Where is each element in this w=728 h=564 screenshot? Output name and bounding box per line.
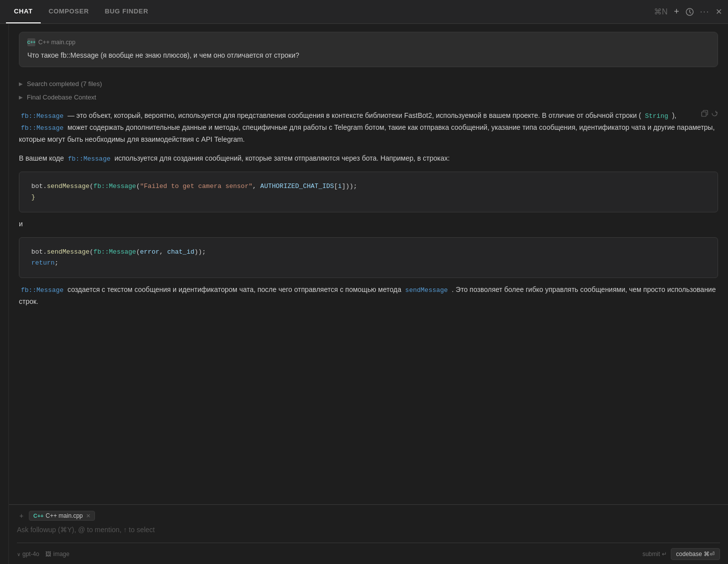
code-block-1: bot.sendMessage(fb::Message("Failed to g… [19, 172, 718, 212]
more-button[interactable]: ··· [700, 7, 710, 16]
file-icon-cpp-input: C++ [33, 513, 44, 519]
chat-input[interactable] [17, 525, 720, 537]
ai-response: fb::Message — это объект, который, вероя… [19, 110, 718, 308]
code-fb-message-4: fb::Message [19, 286, 66, 294]
ai-para-1: fb::Message — это объект, который, вероя… [19, 110, 718, 146]
new-chat-button[interactable]: + [674, 6, 679, 17]
close-button[interactable]: ✕ [716, 7, 722, 16]
add-file-button[interactable]: + [17, 511, 26, 520]
ai-response-actions [701, 110, 718, 118]
chevron-down-icon: ∨ [17, 552, 20, 557]
svg-rect-1 [702, 112, 706, 116]
user-message: C++ C++ main.cpp Что такое fb::Message (… [19, 32, 718, 67]
input-footer: ∨ gpt-4o 🖼 image submit ↵ codebase ⌘⏎ [17, 548, 720, 560]
model-selector[interactable]: ∨ gpt-4o [17, 551, 39, 558]
tab-composer[interactable]: COMPOSER [41, 0, 97, 23]
ai-para-3: fb::Message создается с текстом сообщени… [19, 284, 718, 308]
submit-hint: submit ↵ [642, 551, 667, 558]
file-tag: C++ C++ main.cpp [27, 38, 710, 46]
code-block-2: bot.sendMessage(fb::Message(error, chat_… [19, 237, 718, 278]
copy-icon[interactable] [701, 110, 708, 118]
codebase-button[interactable]: codebase ⌘⏎ [671, 548, 720, 560]
separator-text: и [19, 218, 718, 230]
code-string: String [643, 112, 670, 120]
footer-left: ∨ gpt-4o 🖼 image [17, 551, 70, 558]
user-message-text: Что такое fb::Message (я вообще не знаю … [27, 50, 710, 61]
history-button[interactable] [685, 7, 694, 16]
chip-file-name: C++ main.cpp [46, 512, 83, 519]
chevron-icon: ▶ [19, 81, 23, 87]
input-divider [17, 543, 720, 543]
chat-content: C++ C++ main.cpp Что такое fb::Message (… [9, 24, 728, 504]
chevron-icon-2: ▶ [19, 94, 23, 100]
input-area: + C++ C++ main.cpp ✕ ∨ gpt-4o 🖼 i [9, 504, 728, 564]
expand-search[interactable]: ▶ Search completed (7 files) [19, 77, 718, 91]
new-chat-shortcut: ⌘N [654, 7, 668, 16]
chat-panel: C++ C++ main.cpp Что такое fb::Message (… [9, 24, 728, 564]
ai-para-2: В вашем коде fb::Message используется дл… [19, 153, 718, 165]
input-file-chip: C++ C++ main.cpp ✕ [29, 511, 95, 521]
toolbar-actions: ⌘N + ··· ✕ [654, 6, 722, 17]
file-icon-cpp: C++ [27, 38, 35, 46]
image-button[interactable]: 🖼 image [45, 551, 70, 558]
expand-codebase[interactable]: ▶ Final Codebase Context [19, 91, 718, 104]
image-label: image [53, 551, 70, 558]
file-name: C++ main.cpp [38, 39, 76, 46]
image-icon: 🖼 [45, 551, 51, 558]
code-fb-message-3: fb::Message [66, 155, 112, 163]
code-fb-message-1: fb::Message [19, 112, 66, 120]
tab-chat[interactable]: CHAT [6, 0, 41, 23]
remove-chip-button[interactable]: ✕ [86, 513, 91, 519]
tab-bar: CHAT COMPOSER BUG FINDER ⌘N + ··· ✕ [0, 0, 728, 24]
main-layout: C++ C++ main.cpp Что такое fb::Message (… [0, 24, 728, 564]
code-send-message: sendMessage [403, 286, 450, 294]
code-fb-message-2: fb::Message [19, 124, 66, 132]
input-file-tag: + C++ C++ main.cpp ✕ [17, 511, 720, 521]
regenerate-icon[interactable] [711, 110, 718, 118]
codebase-label: codebase ⌘⏎ [676, 551, 715, 558]
footer-right: submit ↵ codebase ⌘⏎ [642, 548, 720, 560]
sidebar [0, 24, 9, 564]
expand-codebase-label: Final Codebase Context [27, 94, 96, 101]
tab-bug-finder[interactable]: BUG FINDER [97, 0, 156, 23]
expand-search-label: Search completed (7 files) [27, 80, 102, 88]
model-label: gpt-4o [22, 551, 39, 558]
